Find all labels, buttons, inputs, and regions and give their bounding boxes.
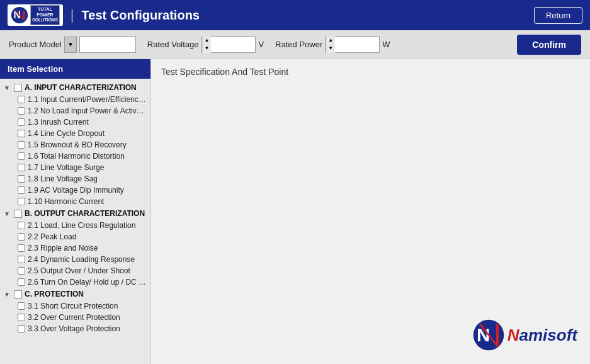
tree-item[interactable]: 2.3 Ripple and Noise — [0, 242, 150, 254]
tree-item[interactable]: 1.3 Inrush Current — [0, 117, 150, 128]
item-label: 2.2 Peak Load — [28, 232, 76, 241]
tree-item[interactable]: 1.7 Line Voltage Surge — [0, 162, 150, 173]
item-label: 1.6 Total Harmonic Distortion — [28, 152, 125, 161]
section-header-A[interactable]: ▼ A. INPUT CHARACTERIZATION — [0, 81, 150, 94]
tree-item[interactable]: 3.1 Short Circuit Protection — [0, 300, 150, 312]
section-checkbox-A[interactable] — [14, 84, 22, 92]
rated-voltage-group: Rated Voltage ▲ ▼ 0.00 V — [147, 37, 264, 53]
tree-item[interactable]: 2.2 Peak Load — [0, 231, 150, 242]
item-label: 3.3 Over Voltage Protection — [28, 324, 120, 333]
power-input[interactable]: 0.00 — [335, 37, 379, 52]
expand-icon-C: ▼ — [4, 291, 11, 298]
header-divider: | — [71, 7, 74, 23]
item-checkbox-A-7[interactable] — [18, 175, 25, 183]
voltage-down-btn[interactable]: ▼ — [203, 45, 212, 53]
item-checkbox-C-2[interactable] — [18, 325, 25, 333]
item-checkbox-B-1[interactable] — [18, 233, 25, 241]
expand-icon-A: ▼ — [4, 84, 11, 91]
voltage-spinner-btns: ▲ ▼ — [202, 37, 212, 53]
sidebar: Item Selection ▼ A. INPUT CHARACTERIZATI… — [0, 59, 151, 364]
header: N TOTALPOWERSOLUTIONS | Test Configurati… — [0, 0, 590, 30]
product-model-group: Product Model ▼ — [9, 37, 136, 53]
voltage-up-btn[interactable]: ▲ — [203, 37, 212, 45]
tree-item[interactable]: 1.1 Input Current/Power/Efficiency/Powe — [0, 94, 150, 105]
power-spinner-btns: ▲ ▼ — [326, 37, 335, 53]
item-label: 3.2 Over Current Protection — [28, 313, 120, 322]
item-checkbox-A-0[interactable] — [18, 96, 25, 103]
header-title: Test Configurations — [82, 8, 526, 23]
item-checkbox-B-4[interactable] — [18, 267, 25, 275]
power-up-btn[interactable]: ▲ — [326, 37, 335, 45]
item-label: 1.7 Line Voltage Surge — [28, 163, 104, 172]
item-label: 1.10 Harmonic Current — [28, 197, 104, 206]
tps-logo: TOTALPOWERSOLUTIONS — [30, 5, 60, 25]
item-label: 3.1 Short Circuit Protection — [28, 302, 118, 310]
tree-item[interactable]: 1.8 Line Voltage Sag — [0, 173, 150, 185]
item-checkbox-A-6[interactable] — [18, 164, 25, 171]
product-model-label: Product Model — [9, 40, 62, 49]
tree-item[interactable]: 2.4 Dynamic Loading Response — [0, 254, 150, 265]
item-checkbox-A-5[interactable] — [18, 152, 25, 160]
item-checkbox-C-0[interactable] — [18, 302, 25, 310]
item-checkbox-A-1[interactable] — [18, 107, 25, 115]
tree-item[interactable]: 1.10 Harmonic Current — [0, 196, 150, 207]
tree-item[interactable]: 2.6 Turn On Delay/ Hold up / DC Rise/F — [0, 276, 150, 288]
namisoft-logo: N TOTALPOWERSOLUTIONS — [8, 4, 63, 26]
item-label: 2.1 Load, Line Cross Regulation — [28, 221, 135, 230]
tree-item[interactable]: 2.1 Load, Line Cross Regulation — [0, 220, 150, 231]
tree-item[interactable]: 3.3 Over Voltage Protection — [0, 323, 150, 334]
corner-logo-text: Namisoft — [508, 326, 577, 345]
voltage-unit: V — [258, 40, 264, 49]
rated-power-label: Rated Power — [275, 40, 322, 49]
item-checkbox-B-5[interactable] — [18, 278, 25, 286]
tree-item[interactable]: 1.6 Total Harmonic Distortion — [0, 151, 150, 162]
item-label: 2.6 Turn On Delay/ Hold up / DC Rise/F — [28, 278, 147, 287]
corner-logo: N Namisoft — [472, 319, 577, 351]
item-checkbox-B-3[interactable] — [18, 256, 25, 263]
section-label-C: C. PROTECTION — [25, 290, 84, 299]
item-label: 2.3 Ripple and Noise — [28, 244, 98, 253]
item-checkbox-B-2[interactable] — [18, 244, 25, 252]
logo-area: N TOTALPOWERSOLUTIONS — [8, 4, 63, 26]
tree-item[interactable]: 3.2 Over Current Protection — [0, 312, 150, 323]
section-header-C[interactable]: ▼ C. PROTECTION — [0, 288, 150, 300]
item-checkbox-C-1[interactable] — [18, 314, 25, 321]
expand-icon-B: ▼ — [4, 210, 11, 217]
voltage-input[interactable]: 0.00 — [211, 37, 255, 52]
item-checkbox-B-0[interactable] — [18, 222, 25, 229]
section-label-A: A. INPUT CHARACTERIZATION — [25, 83, 137, 92]
tree-item[interactable]: 2.5 Output Over / Under Shoot — [0, 265, 150, 276]
toolbar: Product Model ▼ Rated Voltage ▲ ▼ 0.00 V… — [0, 30, 590, 59]
item-checkbox-A-4[interactable] — [18, 141, 25, 149]
tree-item[interactable]: 1.2 No Load Input Power & Active Mode I — [0, 105, 150, 117]
item-checkbox-A-3[interactable] — [18, 130, 25, 137]
rated-power-group: Rated Power ▲ ▼ 0.00 W — [275, 37, 390, 53]
item-checkbox-A-9[interactable] — [18, 198, 25, 205]
sidebar-header: Item Selection — [0, 59, 150, 79]
tree-item[interactable]: 1.9 AC Voltage Dip Immunity — [0, 185, 150, 196]
confirm-button[interactable]: Confirm — [517, 35, 581, 55]
namisoft-n-icon: N — [11, 6, 28, 24]
item-label: 1.9 AC Voltage Dip Immunity — [28, 186, 124, 195]
item-label: 1.4 Line Cycle Dropout — [28, 129, 105, 138]
power-spinner: ▲ ▼ 0.00 — [325, 37, 380, 53]
tree-item[interactable]: 1.4 Line Cycle Dropout — [0, 128, 150, 139]
item-label: 2.5 Output Over / Under Shoot — [28, 266, 130, 275]
corner-namisoft-icon: N — [472, 319, 505, 351]
return-button[interactable]: Return — [534, 7, 582, 24]
item-label: 1.1 Input Current/Power/Efficiency/Powe — [28, 95, 147, 104]
item-checkbox-A-2[interactable] — [18, 118, 25, 126]
section-header-B[interactable]: ▼ B. OUTPUT CHARACTERIZATION — [0, 207, 150, 220]
section-checkbox-C[interactable] — [14, 290, 22, 299]
tree-area: ▼ A. INPUT CHARACTERIZATION 1.1 Input Cu… — [0, 79, 150, 337]
rated-voltage-label: Rated Voltage — [147, 40, 199, 49]
power-down-btn[interactable]: ▼ — [326, 45, 335, 53]
product-model-input[interactable] — [79, 37, 136, 53]
main-area: Item Selection ▼ A. INPUT CHARACTERIZATI… — [0, 59, 590, 364]
item-label: 1.5 Brownout & BO Recovery — [28, 140, 127, 149]
product-model-dropdown[interactable]: ▼ — [64, 37, 77, 53]
voltage-spinner: ▲ ▼ 0.00 — [201, 37, 256, 53]
tree-item[interactable]: 1.5 Brownout & BO Recovery — [0, 139, 150, 151]
item-checkbox-A-8[interactable] — [18, 186, 25, 194]
section-checkbox-B[interactable] — [14, 210, 22, 218]
